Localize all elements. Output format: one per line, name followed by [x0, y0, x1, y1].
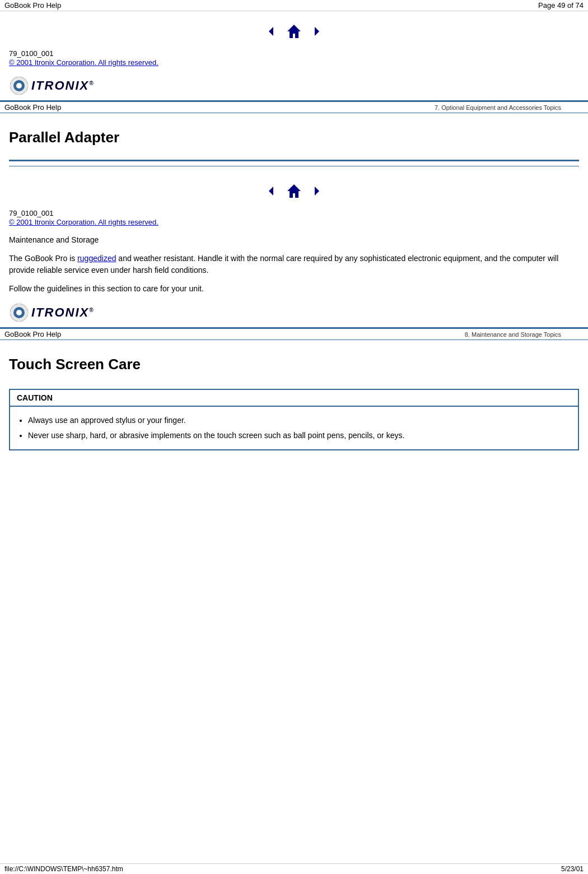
divider-1b [9, 166, 579, 166]
svg-point-15 [16, 310, 22, 315]
version-text-2: 79_0100_001 [9, 209, 579, 217]
home-button-2[interactable] [284, 181, 304, 201]
header-title: GoBook Pro Help [4, 1, 61, 10]
caution-item-1: Always use an approved stylus or your fi… [28, 415, 569, 426]
svg-marker-0 [269, 27, 273, 36]
footer-date: 5/23/01 [561, 865, 584, 873]
prev-button-2[interactable] [264, 183, 279, 199]
caution-item-2: Never use sharp, hard, or abrasive imple… [28, 430, 569, 441]
svg-rect-18 [10, 312, 13, 314]
itronix-logo-icon-2 [9, 303, 29, 323]
parallel-adapter-heading: Parallel Adapter [0, 118, 588, 155]
svg-marker-11 [287, 184, 301, 198]
itronix-logo-1: ITRONIX® [9, 76, 94, 96]
page-info: Page 49 of 74 [538, 1, 584, 10]
home-button[interactable] [284, 21, 304, 41]
itronix-logo-icon-1 [9, 76, 29, 96]
version-text-1: 79_0100_001 [9, 49, 579, 58]
caution-list: Always use an approved stylus or your fi… [10, 407, 578, 449]
next-button[interactable] [309, 24, 324, 39]
divider-1 [9, 160, 579, 161]
svg-marker-2 [315, 27, 319, 36]
svg-marker-1 [287, 25, 301, 38]
section-header-topic-2: 8. Maintenance and Storage Topics [465, 331, 561, 338]
itronix-logo-2: ITRONIX® [9, 303, 94, 323]
svg-marker-10 [269, 187, 273, 196]
section-header-1: GoBook Pro Help 7. Optional Equipment an… [0, 100, 588, 113]
section-header-2: GoBook Pro Help 8. Maintenance and Stora… [0, 327, 588, 340]
section-header-topic-1: 7. Optional Equipment and Accessories To… [435, 104, 561, 111]
section-header-title-2: GoBook Pro Help [4, 330, 61, 338]
logo-area-2: ITRONIX® [0, 298, 588, 327]
nav-icons-2 [0, 171, 588, 207]
svg-rect-7 [18, 92, 20, 95]
next-button-2[interactable] [309, 183, 324, 199]
logo-text-2: ITRONIX® [31, 305, 94, 320]
maintenance-heading: Maintenance and Storage [0, 231, 588, 249]
svg-rect-19 [25, 312, 28, 314]
header-bar: GoBook Pro Help Page 49 of 74 [0, 0, 588, 11]
svg-rect-8 [10, 85, 13, 87]
logo-area-1: ITRONIX® [0, 71, 588, 100]
svg-rect-16 [18, 304, 20, 306]
section-header-title-1: GoBook Pro Help [4, 103, 61, 111]
version-section-1: 79_0100_001 © 2001 Itronix Corporation. … [0, 47, 588, 71]
caution-header: CAUTION [10, 390, 578, 407]
copyright-link-1[interactable]: © 2001 Itronix Corporation. All rights r… [9, 58, 158, 67]
touch-screen-care-heading: Touch Screen Care [0, 345, 588, 382]
caution-box: CAUTION Always use an approved stylus or… [9, 389, 579, 450]
copyright-link-2[interactable]: © 2001 Itronix Corporation. All rights r… [9, 218, 158, 226]
svg-rect-6 [18, 77, 20, 80]
svg-rect-17 [18, 319, 20, 322]
maintenance-paragraph-1: The GoBook Pro is ruggedized and weather… [0, 249, 588, 280]
footer-bar: file://C:\WINDOWS\TEMP\~hh6357.htm 5/23/… [0, 863, 588, 874]
svg-point-5 [16, 83, 22, 89]
version-section-2: 79_0100_001 © 2001 Itronix Corporation. … [0, 207, 588, 231]
ruggedized-link[interactable]: ruggedized [77, 254, 116, 263]
svg-rect-9 [25, 85, 28, 87]
logo-text-1: ITRONIX® [31, 78, 94, 93]
maintenance-paragraph-2: Follow the guidelines in this section to… [0, 280, 588, 298]
svg-marker-12 [315, 187, 319, 196]
prev-button[interactable] [264, 24, 279, 39]
nav-icons-top [0, 11, 588, 47]
footer-path: file://C:\WINDOWS\TEMP\~hh6357.htm [4, 865, 123, 873]
